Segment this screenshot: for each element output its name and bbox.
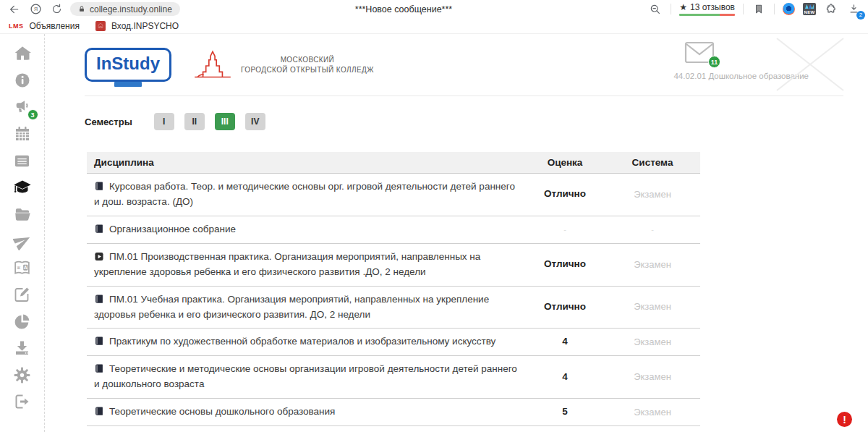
sidebar-item-folder[interactable] [12, 206, 33, 225]
grade-value: Отлично [525, 243, 605, 286]
sidebar-item-compose[interactable] [12, 287, 33, 305]
app-window: 3Aж InStudy МОСКОВСКИЙ ГОРОДСКОЙ ОТКРЫТЫ… [0, 33, 868, 432]
table-row: Теоретические и методические основы орга… [87, 356, 700, 399]
semester-button-II[interactable]: II [184, 113, 205, 130]
gear-icon [13, 366, 31, 387]
reviews-widget[interactable]: ★ 13 отзывов [679, 2, 735, 16]
col-grade: Оценка [525, 152, 605, 174]
sidebar: 3Aж [0, 34, 45, 432]
address-bar[interactable]: college.instudy.online [70, 2, 180, 16]
grade-value: Отлично [525, 174, 605, 216]
calendar-icon [14, 125, 31, 145]
system-value: Экзамен [605, 286, 700, 329]
paper-plane-icon [13, 232, 32, 253]
compose-icon [13, 286, 31, 306]
info-icon [14, 72, 31, 92]
close-icon[interactable] [770, 34, 851, 93]
downloads-badge: 2 [856, 11, 865, 20]
book-icon [94, 336, 104, 347]
sidebar-item-download-tray[interactable] [12, 340, 33, 359]
lms-favicon: LMS [9, 22, 24, 30]
folder-icon [13, 206, 32, 226]
sidebar-item-logout[interactable] [12, 394, 33, 412]
book-icon [94, 294, 104, 305]
col-system: Система [605, 152, 700, 174]
discipline-link[interactable]: Организационное собрание [109, 224, 236, 234]
table-row: ПМ.01 Учебная практика. Организация меро… [87, 286, 700, 329]
semesters-section: Семестры IIIIIIIV [85, 113, 868, 130]
book-icon [94, 406, 104, 417]
semester-button-III[interactable]: III [215, 113, 235, 130]
toolbar-divider [743, 4, 744, 14]
toolbar-divider [671, 4, 671, 14]
search-zoom-icon[interactable] [648, 2, 663, 17]
downloads-icon[interactable]: 2 [846, 2, 861, 17]
logout-icon [13, 393, 31, 413]
college-name-line2: ГОРОДСКОЙ ОТКРЫТЫЙ КОЛЛЕДЖ [241, 65, 374, 75]
page-header: InStudy МОСКОВСКИЙ ГОРОДСКОЙ ОТКРЫТЫЙ КО… [85, 34, 843, 96]
grade-value: - [525, 216, 605, 243]
kremlin-tower-icon [190, 49, 235, 81]
book-icon [94, 181, 104, 192]
sidebar-item-translate[interactable]: Aж [12, 260, 33, 279]
rating-bar [679, 14, 735, 16]
sidebar-item-pie-chart[interactable] [12, 313, 33, 332]
sidebar-item-info[interactable] [12, 72, 33, 91]
home-icon [13, 45, 32, 65]
grades-table: Дисциплина Оценка Система Курсовая работ… [87, 152, 700, 426]
discipline-link[interactable]: Теоретические и методические основы орга… [94, 363, 517, 389]
discipline-link[interactable]: Практикум по художественной обработке ма… [109, 336, 495, 347]
bookmark-announcements[interactable]: Объявления [30, 21, 80, 31]
download-tray-icon [13, 339, 31, 360]
discipline-link[interactable]: Теоретические основы дошкольного образов… [109, 406, 335, 417]
alert-icon[interactable]: ! [837, 412, 852, 427]
sidebar-item-megaphone[interactable]: 3 [12, 99, 33, 118]
mail-button[interactable]: 11 [684, 41, 715, 67]
semester-button-IV[interactable]: IV [245, 113, 265, 130]
new-extension-icon[interactable]: NEW [803, 3, 816, 15]
bookmark-inpsycho[interactable]: Вход.INPSYCHO [111, 21, 179, 31]
system-value: Экзамен [605, 399, 700, 426]
browser-sphere-icon[interactable] [783, 3, 795, 15]
crest-favicon [95, 21, 106, 31]
svg-text:Я: Я [33, 7, 37, 12]
sidebar-item-paper-plane[interactable] [12, 233, 33, 252]
grade-value: 5 [525, 399, 605, 426]
svg-text:ж: ж [17, 264, 20, 271]
system-value: - [605, 216, 700, 243]
semester-buttons: IIIIIIIV [154, 113, 265, 130]
discipline-link[interactable]: Курсовая работа. Теор. и методические ос… [94, 181, 515, 207]
translate-icon: Aж [12, 259, 32, 280]
semester-button-I[interactable]: I [154, 113, 174, 130]
table-row: ПМ.01 Производственная практика. Организ… [87, 243, 700, 286]
sidebar-item-list[interactable] [12, 153, 33, 171]
browser-toolbar: Я college.instudy.online ***Новое сообще… [0, 0, 868, 18]
megaphone-badge: 3 [27, 109, 38, 120]
url-text: college.instudy.online [90, 4, 172, 14]
sidebar-item-gear[interactable] [12, 367, 33, 386]
collections-icon[interactable] [824, 2, 838, 17]
back-icon[interactable] [7, 2, 22, 17]
sidebar-item-graduation-cap[interactable] [12, 179, 33, 198]
list-icon [13, 153, 31, 172]
main-content: InStudy МОСКОВСКИЙ ГОРОДСКОЙ ОТКРЫТЫЙ КО… [45, 34, 868, 432]
star-icon: ★ [679, 2, 687, 12]
table-row: Практикум по художественной обработке ма… [87, 329, 700, 356]
system-value: Экзамен [605, 243, 700, 286]
table-row: Теоретические основы дошкольного образов… [87, 399, 700, 426]
book-icon [94, 363, 104, 374]
college-logo: МОСКОВСКИЙ ГОРОДСКОЙ ОТКРЫТЫЙ КОЛЛЕДЖ [190, 49, 374, 81]
sidebar-item-home[interactable] [12, 46, 33, 64]
grade-value: Отлично [525, 286, 605, 329]
grade-value: 4 [525, 329, 605, 356]
discipline-link[interactable]: ПМ.01 Производственная практика. Организ… [94, 251, 480, 277]
bookmark-flag-icon[interactable] [752, 2, 766, 17]
profile-icon[interactable]: Я [28, 2, 43, 17]
system-value: Экзамен [605, 329, 700, 356]
refresh-icon[interactable] [49, 2, 64, 17]
system-value: Экзамен [605, 174, 700, 216]
instudy-logo[interactable]: InStudy [85, 48, 171, 82]
discipline-link[interactable]: ПМ.01 Учебная практика. Организация меро… [94, 294, 489, 320]
sidebar-item-calendar[interactable] [12, 126, 33, 145]
table-row: Курсовая работа. Теор. и методические ос… [87, 174, 700, 216]
